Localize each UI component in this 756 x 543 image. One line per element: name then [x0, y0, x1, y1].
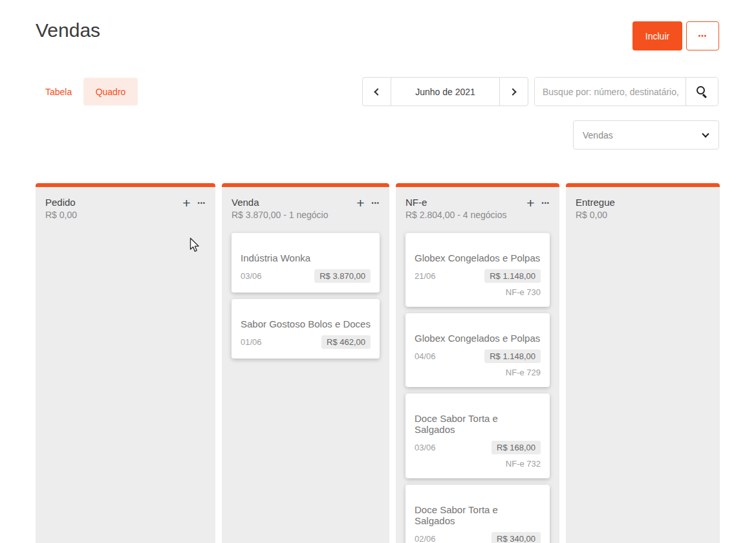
tab-board[interactable]: Quadro: [83, 78, 138, 105]
kanban-board: PedidoR$ 0,00+•••VendaR$ 3.870,00 - 1 ne…: [36, 183, 720, 543]
card-date: 03/06: [241, 271, 262, 281]
card-date: 21/06: [415, 271, 436, 281]
kanban-column: VendaR$ 3.870,00 - 1 negócio+•••Indústri…: [222, 183, 389, 543]
tab-table[interactable]: Tabela: [45, 87, 72, 97]
card-date: 01/06: [241, 337, 262, 347]
search-icon: [697, 86, 705, 94]
deal-card[interactable]: Doce Sabor Torta e Salgados03/06R$ 168,0…: [405, 393, 550, 478]
more-options-button[interactable]: •••: [686, 21, 719, 50]
card-date: 04/06: [415, 351, 436, 361]
column-title: Entregue: [576, 197, 710, 208]
ellipsis-icon: •••: [698, 32, 707, 39]
add-card-icon[interactable]: +: [356, 199, 364, 208]
kanban-column: NF-eR$ 2.804,00 - 4 negócios+•••Globex C…: [396, 183, 559, 543]
card-date: 03/06: [415, 443, 436, 452]
deal-card[interactable]: Globex Congelados e Polpas21/06R$ 1.148,…: [405, 233, 550, 307]
card-value-badge: R$ 168,00: [491, 441, 541, 454]
chevron-right-icon: [509, 88, 516, 95]
add-card-icon[interactable]: +: [182, 199, 190, 208]
card-title: Globex Congelados e Polpas: [415, 333, 541, 344]
column-menu-icon[interactable]: •••: [372, 200, 380, 206]
record-type-select[interactable]: Vendas: [573, 120, 719, 150]
card-value-badge: R$ 1.148,00: [484, 269, 541, 283]
chevron-down-icon: [702, 130, 709, 137]
deal-card[interactable]: Sabor Gostoso Bolos e Doces01/06R$ 462,0…: [232, 299, 380, 359]
card-document-number: NF-e 730: [415, 287, 541, 297]
chevron-left-icon: [374, 88, 381, 95]
previous-month-button[interactable]: [362, 77, 391, 106]
deal-card[interactable]: Globex Congelados e Polpas04/06R$ 1.148,…: [405, 313, 550, 387]
search-group: [534, 77, 718, 106]
page-title: Vendas: [36, 19, 100, 41]
column-summary: R$ 0,00: [45, 210, 206, 220]
column-summary: R$ 0,00: [576, 210, 710, 220]
deal-card[interactable]: Doce Sabor Torta e Salgados02/06R$ 340,0…: [405, 485, 550, 543]
card-value-badge: R$ 1.148,00: [484, 349, 541, 363]
card-title: Doce Sabor Torta e Salgados: [415, 504, 541, 526]
card-document-number: NF-e 732: [415, 459, 541, 469]
kanban-column: EntregueR$ 0,00+•••: [566, 183, 720, 543]
next-month-button[interactable]: [499, 77, 528, 106]
column-summary: R$ 2.804,00 - 4 negócios: [405, 210, 550, 220]
card-value-badge: R$ 3.870,00: [314, 269, 371, 283]
card-title: Globex Congelados e Polpas: [415, 252, 541, 263]
column-title: Pedido: [45, 197, 206, 208]
search-input[interactable]: [535, 78, 686, 105]
card-value-badge: R$ 340,00: [491, 532, 541, 543]
add-card-icon[interactable]: +: [526, 199, 534, 208]
column-menu-icon[interactable]: •••: [542, 200, 550, 206]
kanban-column: PedidoR$ 0,00+•••: [36, 183, 215, 543]
card-document-number: NF-e 729: [415, 368, 541, 377]
column-summary: R$ 3.870,00 - 1 negócio: [232, 210, 380, 220]
search-button[interactable]: [686, 78, 718, 105]
column-menu-icon[interactable]: •••: [198, 200, 206, 206]
tab-board-label: Quadro: [96, 87, 126, 97]
card-value-badge: R$ 462,00: [321, 335, 371, 349]
card-title: Indústria Wonka: [241, 252, 371, 263]
card-date: 02/06: [415, 534, 436, 543]
month-label[interactable]: Junho de 2021: [391, 77, 500, 106]
record-type-value: Vendas: [574, 130, 703, 140]
card-title: Doce Sabor Torta e Salgados: [415, 413, 541, 435]
include-button[interactable]: Incluir: [632, 21, 682, 50]
deal-card[interactable]: Indústria Wonka03/06R$ 3.870,00: [232, 233, 380, 293]
card-title: Sabor Gostoso Bolos e Doces: [241, 318, 371, 329]
month-navigation: Junho de 2021: [362, 77, 528, 106]
